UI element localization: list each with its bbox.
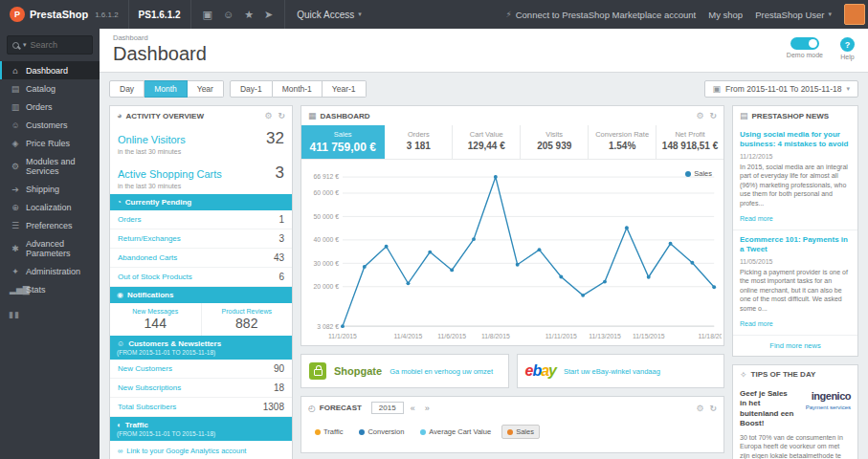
chevron-down-icon: ▾ [846,85,850,93]
product-reviews-cell[interactable]: Product Reviews 882 [201,303,293,336]
svg-text:66 912 €: 66 912 € [314,174,340,181]
demo-mode-toggle[interactable] [790,37,819,50]
shop-name[interactable]: PS1.6.1.2 [129,0,191,29]
sidebar-item-administration[interactable]: ✦ Administration [0,262,100,280]
gear-icon[interactable]: ⚙ [264,111,272,120]
online-visitors-link[interactable]: Online Visitors [118,134,186,145]
chart-legend[interactable]: Sales [685,169,712,178]
sidebar-item-price-rules[interactable]: ◈ Price Rules [0,134,100,152]
customers-row: New Customers 90 [110,360,292,379]
pending-returns-link[interactable]: Return/Exchanges [118,234,181,243]
ebay-link[interactable]: Start uw eBay-winkel vandaag [564,367,660,376]
range-month-button[interactable]: Month [145,80,188,98]
new-subscriptions-link[interactable]: New Subscriptions [118,383,181,392]
find-more-news-link[interactable]: Find more news [733,336,857,356]
kpi-value: 148 918,51 € [658,141,722,151]
sidebar-item-label: Preferences [26,221,73,230]
administration-icon: ✦ [10,267,21,276]
shopgate-link[interactable]: Ga mobiel en verhoog uw omzet [389,367,493,376]
brand[interactable]: P PrestaShop 1.6.1.2 [0,0,129,29]
new-customers-link[interactable]: New Customers [118,364,172,373]
search-input[interactable] [31,40,86,50]
date-range-picker[interactable]: ▣ From 2015-11-01 To 2015-11-18 ▾ [704,80,858,98]
sidebar-item-shipping[interactable]: ➔ Shipping [0,180,100,198]
kpi-orders[interactable]: Orders 3 181 [385,125,453,159]
refresh-icon[interactable]: ↻ [709,111,717,120]
kpi-visits[interactable]: Visits 205 939 [521,125,589,159]
refresh-icon[interactable]: ↻ [709,404,717,413]
out-of-stock-link[interactable]: Out of Stock Products [118,273,192,281]
kpi-label: Conversion Rate [590,130,654,139]
avatar[interactable] [844,4,865,25]
range-year-1-button[interactable]: Year-1 [323,80,367,98]
forecast-legend-conversion[interactable]: Conversion [353,425,410,439]
kpi-cart-value[interactable]: Cart Value 129,44 € [453,125,521,159]
sidebar-item-preferences[interactable]: ☰ Preferences [0,216,100,234]
help-icon[interactable]: ? [840,37,855,52]
sidebar-item-customers[interactable]: ☺ Customers [0,116,100,134]
sidebar-item-advanced-parameters[interactable]: ✱ Advanced Parameters [0,234,100,262]
kpi-conversion-rate[interactable]: Conversion Rate 1.54% [589,125,657,159]
article-title-link[interactable]: Ecommerce 101: Payments in a Tweet [740,235,851,255]
kpi-label: Visits [523,130,586,139]
forecast-legend-average-cart-value[interactable]: Average Cart Value [414,425,497,439]
forecast-year-select[interactable]: 2015 [371,402,404,414]
ingenico-logo-name: ingenico [806,389,851,404]
prev-year-button[interactable]: « [408,404,418,413]
range-day-1-button[interactable]: Day-1 [230,80,273,98]
price-rules-icon: ◈ [10,139,21,148]
my-shop-link[interactable]: My shop [708,10,743,20]
next-year-button[interactable]: » [422,404,433,413]
new-messages-cell[interactable]: New Messages 144 [110,303,201,336]
ingenico-logo: ingenico Payment services [806,389,851,429]
globe-icon: ◐ [117,421,122,429]
forecast-legend-traffic[interactable]: Traffic [309,425,348,439]
sales-chart: 66 912 €60 000 €50 000 €40 000 €30 000 €… [303,165,722,345]
cart-icon[interactable]: ▣ [203,9,212,21]
user-label: PrestaShop User [755,10,824,20]
read-more-link[interactable]: Read more [740,215,773,222]
range-year-button[interactable]: Year [188,80,224,98]
gear-icon[interactable]: ⚙ [696,111,703,120]
article-title-link[interactable]: Using social media for your business: 4 … [740,130,851,150]
sidebar-item-orders[interactable]: ▥ Orders [0,98,100,116]
panel-title: DASHBOARD [321,112,370,120]
date-toolbar: Day Month Year Day-1 Month-1 Year-1 ▣ Fr… [100,73,868,105]
notifications-grid: New Messages 144 Product Reviews 882 [110,303,292,336]
range-month-1-button[interactable]: Month-1 [273,80,323,98]
traffic-section-range: (FROM 2015-11-01 TO 2015-11-18) [117,430,285,437]
prestashop-news-panel: ▤ PRESTASHOP NEWS Using social media for… [732,105,858,357]
abandoned-carts-link[interactable]: Abandoned Carts [118,253,177,262]
search-scope-caret-icon[interactable]: ▾ [23,41,27,49]
tips-of-the-day-panel: ✧ TIPS OF THE DAY Geef je Sales in het b… [732,364,858,459]
range-day-button[interactable]: Day [109,80,145,98]
sidebar-search[interactable]: ▾ [7,35,93,55]
refresh-icon[interactable]: ↻ [278,111,285,120]
sidebar-item-modules[interactable]: ⚙ Modules and Services [0,152,100,180]
pending-orders-link[interactable]: Orders [118,215,141,224]
shopgate-name: Shopgate [334,365,382,377]
kpi-sales[interactable]: Sales 411 759,00 € [301,125,385,159]
kpi-net-profit[interactable]: Net Profit 148 918,51 € [657,125,723,159]
sidebar-collapse-button[interactable]: ▮▮ [0,298,100,331]
sidebar-item-localization[interactable]: ⊕ Localization [0,198,100,216]
forecast-legend-sales[interactable]: Sales [501,425,540,439]
active-carts-link[interactable]: Active Shopping Carts [118,168,222,180]
topbar-shortcut-icons: ▣ ☺ ★ ➤ [191,0,286,29]
marketplace-link[interactable]: ⚡ Connect to PrestaShop Marketplace acco… [505,10,696,20]
tip-body: 30 tot 70% van de consumenten in Europa … [740,433,851,459]
total-subscribers-link[interactable]: Total Subscribers [118,403,176,411]
read-more-link[interactable]: Read more [740,320,773,327]
user-menu[interactable]: PrestaShop User ▾ [755,10,832,20]
plug-icon: ⚡ [505,10,511,19]
sidebar-item-stats[interactable]: ▂▅▇ Stats [0,280,100,298]
sidebar-item-catalog[interactable]: ▤ Catalog [0,79,100,98]
sidebar-item-dashboard[interactable]: ⌂ Dashboard [0,61,100,79]
gear-icon[interactable]: ⚙ [696,404,703,413]
rocket-icon[interactable]: ➤ [264,9,273,21]
trophy-icon[interactable]: ★ [244,9,254,21]
person-icon[interactable]: ☺ [223,9,234,20]
quick-access-dropdown[interactable]: Quick Access ▾ [285,0,373,29]
calendar-icon: ▣ [713,84,722,94]
google-analytics-link[interactable]: ∞ Link to your Google Analytics account [110,441,292,459]
